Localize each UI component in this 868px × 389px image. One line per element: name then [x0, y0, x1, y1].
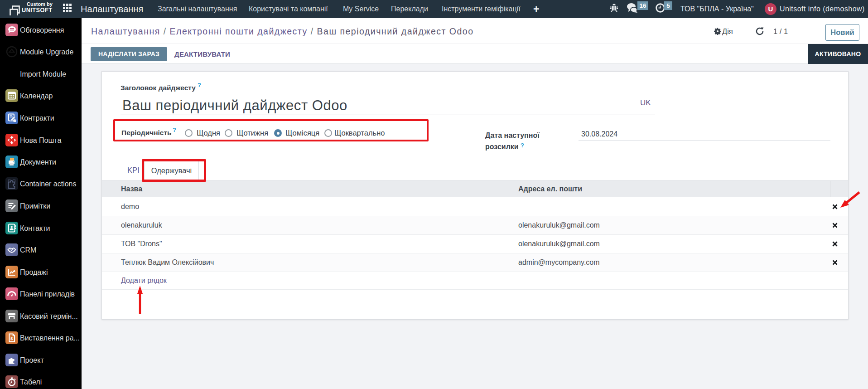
svg-text:$: $ [10, 336, 13, 341]
